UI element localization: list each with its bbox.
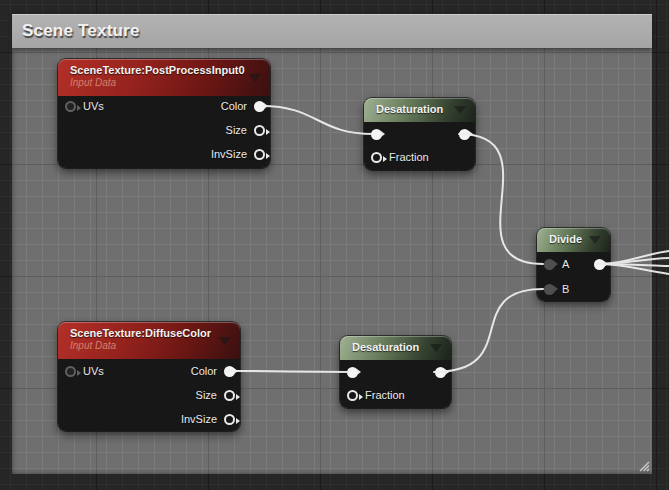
pin-row-size: Size — [196, 389, 235, 401]
graph-canvas[interactable]: Scene Texture SceneTexture:PostProcessIn… — [0, 0, 669, 490]
output-pin[interactable] — [594, 259, 605, 270]
node-title: SceneTexture:PostProcessInput0 — [58, 59, 270, 76]
input-pin-b[interactable] — [544, 284, 555, 295]
pin-row-color: Color — [191, 365, 235, 377]
input-pin[interactable] — [347, 367, 358, 378]
pin-row-output — [435, 366, 446, 378]
input-pin-fraction[interactable] — [371, 152, 382, 163]
node-divide[interactable]: Divide A B — [537, 228, 610, 301]
comment-title-bar[interactable]: Scene Texture — [12, 14, 652, 48]
output-pin-size[interactable] — [224, 390, 235, 401]
pin-row-b: B — [544, 283, 569, 295]
comment-resize-handle[interactable] — [636, 458, 650, 472]
output-pin-invsize[interactable] — [254, 149, 265, 160]
input-pin-uvs[interactable] — [65, 101, 76, 112]
pin-row-input — [371, 128, 382, 140]
pin-row-output — [594, 258, 605, 270]
node-desaturation-bottom[interactable]: Desaturation Fraction — [340, 336, 451, 408]
pin-row-input — [347, 366, 358, 378]
node-header[interactable]: Desaturation — [340, 336, 451, 360]
pin-row-fraction: Fraction — [347, 389, 405, 401]
node-header[interactable]: Desaturation — [364, 98, 475, 122]
input-pin-fraction[interactable] — [347, 390, 358, 401]
input-pin[interactable] — [371, 129, 382, 140]
node-title: SceneTexture:DiffuseColor — [58, 322, 240, 339]
node-header[interactable]: SceneTexture:DiffuseColor Input Data — [58, 322, 240, 359]
node-scenetexture-postprocessinput0[interactable]: SceneTexture:PostProcessInput0 Input Dat… — [58, 59, 270, 168]
output-pin[interactable] — [435, 367, 446, 378]
output-pin-color[interactable] — [224, 366, 235, 377]
chevron-down-icon[interactable] — [454, 106, 466, 114]
pin-row-invsize: InvSize — [211, 148, 265, 160]
node-desaturation-top[interactable]: Desaturation Fraction — [364, 98, 475, 170]
node-subtitle: Input Data — [58, 76, 270, 88]
chevron-down-icon[interactable] — [219, 337, 231, 345]
node-subtitle: Input Data — [58, 339, 240, 351]
chevron-down-icon[interactable] — [430, 344, 442, 352]
comment-title-text: Scene Texture — [22, 21, 140, 41]
chevron-down-icon[interactable] — [589, 236, 601, 244]
pin-row-color: Color — [221, 100, 265, 112]
node-header[interactable]: SceneTexture:PostProcessInput0 Input Dat… — [58, 59, 270, 96]
output-pin-invsize[interactable] — [224, 414, 235, 425]
pin-row-invsize: InvSize — [181, 413, 235, 425]
pin-row-output — [459, 128, 470, 140]
node-scenetexture-diffusecolor[interactable]: SceneTexture:DiffuseColor Input Data UVs… — [58, 322, 240, 431]
pin-row-uvs: UVs — [65, 365, 104, 377]
node-header[interactable]: Divide — [537, 228, 610, 252]
pin-row-fraction: Fraction — [371, 151, 429, 163]
output-pin[interactable] — [459, 129, 470, 140]
pin-row-size: Size — [226, 124, 265, 136]
output-pin-color[interactable] — [254, 101, 265, 112]
pin-row-uvs: UVs — [65, 100, 104, 112]
pin-row-a: A — [544, 258, 569, 270]
chevron-down-icon[interactable] — [249, 74, 261, 82]
input-pin-a[interactable] — [544, 259, 555, 270]
output-pin-size[interactable] — [254, 125, 265, 136]
input-pin-uvs[interactable] — [65, 366, 76, 377]
